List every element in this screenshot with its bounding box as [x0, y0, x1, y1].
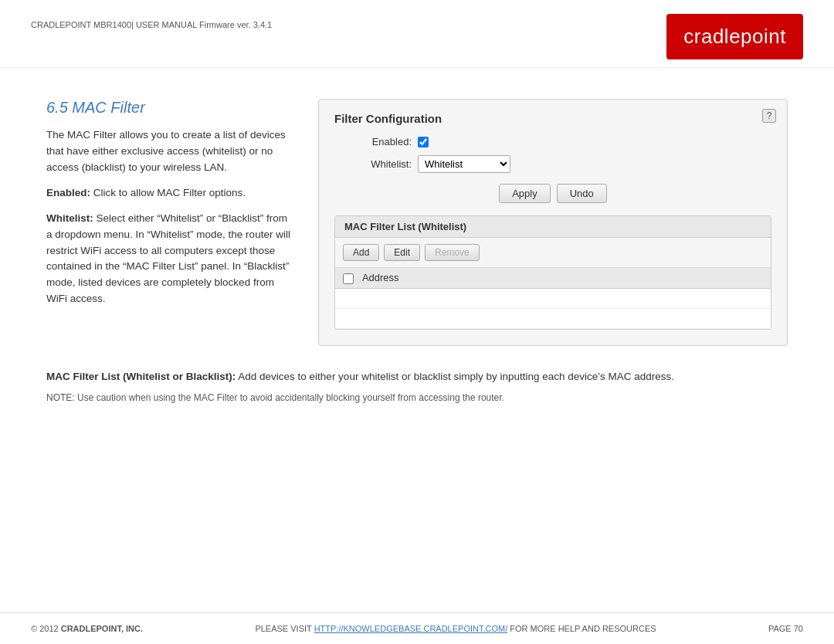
table-row: [335, 308, 771, 328]
filter-config-title: Filter Configuration: [334, 112, 771, 125]
section-title: 6.5 MAC Filter: [46, 99, 293, 117]
whitelist-desc-text: Select either “Whitelist” or “Blacklist”…: [46, 212, 290, 305]
mac-list-header: MAC Filter List (Whitelist): [335, 216, 771, 238]
footer-link-suffix: FOR MORE HELP AND RESOURCES: [510, 624, 656, 633]
description-paragraph-1: The MAC Filter allows you to create a li…: [46, 127, 293, 176]
whitelist-form-label: Whitelist:: [350, 158, 412, 170]
button-row: Apply Undo: [334, 184, 771, 203]
enabled-desc-text: Click to allow MAC Filter options.: [93, 187, 246, 198]
enabled-description: Enabled: Click to allow MAC Filter optio…: [46, 185, 293, 202]
mac-filter-list-label: MAC Filter List (Whitelist or Blacklist)…: [46, 371, 236, 382]
mac-table-header-row: Address: [335, 268, 771, 288]
logo-text: cradlepoint: [683, 25, 786, 48]
logo-light: point: [741, 25, 786, 48]
remove-button[interactable]: Remove: [425, 244, 480, 261]
company-logo: cradlepoint: [666, 14, 803, 59]
apply-button[interactable]: Apply: [499, 184, 551, 203]
footer-copyright: © 2012 CRADLEPOINT, INC.: [31, 624, 143, 633]
undo-button[interactable]: Undo: [557, 184, 607, 203]
whitelist-description: Whitelist: Select either “Whitelist” or …: [46, 211, 293, 308]
footer-company: CRADLEPOINT, INC.: [61, 624, 143, 633]
bottom-text-block: MAC Filter List (Whitelist or Blacklist)…: [0, 369, 834, 404]
section-description: The MAC Filter allows you to create a li…: [46, 127, 293, 307]
whitelist-select[interactable]: Whitelist Blacklist: [418, 155, 510, 173]
mac-table: Address: [335, 268, 771, 329]
mac-table-body: [335, 288, 771, 328]
mac-list-toolbar: Add Edit Remove: [335, 238, 771, 268]
enabled-form-label: Enabled:: [350, 136, 412, 147]
add-button[interactable]: Add: [343, 244, 379, 261]
mac-filter-list-desc: MAC Filter List (Whitelist or Blacklist)…: [46, 369, 788, 385]
select-all-checkbox[interactable]: [343, 273, 354, 284]
enabled-label: Enabled:: [46, 187, 90, 198]
mac-table-header-cell: Address: [335, 268, 771, 288]
right-column: Filter Configuration ? Enabled: Whitelis…: [318, 99, 788, 346]
whitelist-row: Whitelist: Whitelist Blacklist: [334, 155, 771, 173]
footer-link[interactable]: HTTP://KNOWLEDGEBASE.CRADLEPOINT.COM/: [314, 624, 508, 633]
filter-configuration-panel: Filter Configuration ? Enabled: Whitelis…: [318, 99, 788, 346]
enabled-row: Enabled:: [334, 136, 771, 147]
footer-center: PLEASE VISIT HTTP://KNOWLEDGEBASE.CRADLE…: [255, 624, 656, 633]
header-meta: CRADLEPOINT MBR1400| USER MANUAL Firmwar…: [31, 14, 272, 29]
note-text: NOTE: Use caution when using the MAC Fil…: [46, 392, 788, 403]
left-column: 6.5 MAC Filter The MAC Filter allows you…: [46, 99, 293, 346]
help-icon[interactable]: ?: [762, 109, 776, 123]
table-row: [335, 288, 771, 308]
main-content: 6.5 MAC Filter The MAC Filter allows you…: [0, 68, 834, 369]
whitelist-label: Whitelist:: [46, 212, 93, 224]
footer-visit-text: PLEASE VISIT: [255, 624, 314, 633]
mac-filter-list-desc-text: Add devices to either your whitelist or …: [238, 371, 674, 382]
logo-bold: cradle: [683, 25, 741, 48]
mac-list-panel: MAC Filter List (Whitelist) Add Edit Rem…: [334, 215, 771, 330]
footer-page: PAGE 70: [768, 624, 803, 633]
edit-button[interactable]: Edit: [384, 244, 420, 261]
page-footer: © 2012 CRADLEPOINT, INC. PLEASE VISIT HT…: [0, 612, 834, 644]
enabled-checkbox[interactable]: [418, 137, 429, 147]
address-column-label: Address: [362, 272, 399, 283]
page-header: CRADLEPOINT MBR1400| USER MANUAL Firmwar…: [0, 0, 834, 68]
